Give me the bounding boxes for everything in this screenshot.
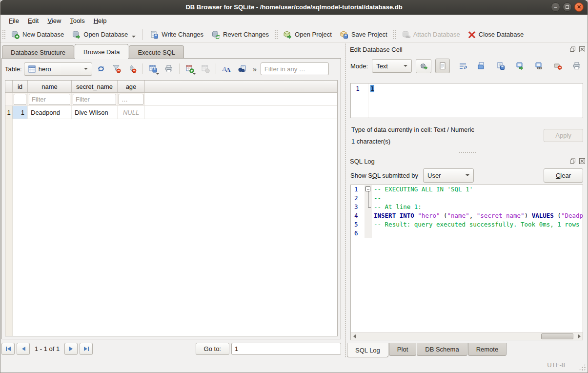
resize-grip[interactable]: [579, 364, 586, 371]
float-panel-icon[interactable]: [569, 158, 576, 165]
chevron-down-icon[interactable]: [132, 36, 136, 38]
previous-record-button[interactable]: [17, 343, 30, 355]
scroll-right-icon[interactable]: [576, 333, 583, 340]
menu-view[interactable]: View: [43, 16, 65, 26]
table-select[interactable]: hero: [24, 62, 92, 76]
cell-name[interactable]: Deadpond: [28, 106, 72, 119]
filter-input-age[interactable]: [119, 94, 143, 105]
cell-secret-name[interactable]: Dive Wilson: [72, 106, 118, 119]
filter-input-secret-name[interactable]: [73, 94, 116, 105]
close-panel-icon[interactable]: [578, 158, 586, 165]
goto-input[interactable]: [231, 343, 341, 355]
new-database-icon: [11, 30, 20, 39]
filter-corner: [5, 93, 13, 105]
dock-tab-remote[interactable]: Remote: [468, 343, 507, 356]
tab-database-structure[interactable]: Database Structure: [2, 45, 74, 59]
edit-display-format-icon: A A: [222, 64, 231, 73]
print-table-button[interactable]: [162, 62, 176, 76]
row-number[interactable]: 1: [5, 106, 13, 119]
column-header-name[interactable]: name: [28, 81, 72, 92]
cell-editor-value[interactable]: 1: [370, 85, 374, 92]
save-project-button[interactable]: Save Project: [336, 28, 391, 41]
table-select-value: hero: [39, 65, 51, 73]
cell-id[interactable]: 1: [13, 106, 28, 119]
link-button[interactable]: [532, 60, 545, 72]
column-header-filler: [145, 81, 337, 92]
clear-filters-button[interactable]: [110, 62, 123, 76]
text-document-button[interactable]: [435, 59, 450, 73]
titlebar[interactable]: DB Browser for SQLite - /home/user/code/…: [0, 0, 588, 15]
close-database-button[interactable]: Close Database: [464, 29, 528, 41]
main-tabbar: Database Structure Browse Data Execute S…: [0, 43, 344, 59]
fold-collapse-icon[interactable]: [365, 186, 370, 191]
apply-changes-button[interactable]: [416, 59, 431, 73]
toolbar-separator: [142, 29, 143, 40]
open-database-button[interactable]: Open Database: [68, 28, 140, 41]
open-project-button[interactable]: Open Project: [279, 28, 336, 41]
dock-tab-plot[interactable]: Plot: [389, 343, 416, 356]
tab-browse-data[interactable]: Browse Data: [75, 44, 128, 59]
dock-tab-sql-log[interactable]: SQL Log: [347, 343, 388, 357]
maximize-icon[interactable]: [563, 2, 572, 12]
import-file-button[interactable]: [475, 60, 488, 72]
next-record-button[interactable]: [64, 343, 78, 355]
float-panel-icon[interactable]: [569, 46, 576, 53]
mode-select[interactable]: Text: [372, 59, 412, 73]
encoding-label: UTF-8: [547, 361, 565, 369]
close-panel-icon[interactable]: [578, 46, 586, 53]
menu-edit[interactable]: Edit: [23, 16, 43, 26]
column-header-id[interactable]: id: [13, 81, 28, 92]
word-wrap-button[interactable]: [456, 60, 469, 72]
column-header-secret-name[interactable]: secret_name: [72, 81, 118, 92]
clear-sorting-button[interactable]: [125, 62, 139, 76]
close-icon[interactable]: ✕: [574, 2, 584, 12]
write-changes-button[interactable]: Write Changes: [146, 28, 207, 41]
cell-age[interactable]: NULL: [118, 106, 145, 119]
filter-any-input[interactable]: [261, 62, 329, 75]
data-grid: id name secret_name age: [5, 80, 338, 336]
chevron-down-icon: [404, 65, 407, 67]
edit-display-format-button[interactable]: A A: [220, 62, 233, 76]
save-table-button[interactable]: [146, 62, 160, 76]
toolbar-separator: [142, 63, 143, 74]
insert-record-button[interactable]: [183, 62, 197, 76]
cell-editor-line-number: 1: [351, 83, 368, 118]
filter-input-id[interactable]: [14, 94, 26, 105]
submitted-by-select[interactable]: User: [423, 168, 474, 183]
filter-input-name[interactable]: [29, 94, 70, 105]
find-in-table-button[interactable]: [235, 62, 249, 76]
export-button[interactable]: [513, 60, 526, 72]
new-database-button[interactable]: New Database: [7, 28, 68, 41]
clear-log-button[interactable]: Clear: [544, 168, 583, 183]
toolbar-drag-handle[interactable]: [274, 30, 278, 40]
insert-record-icon: [185, 64, 194, 73]
first-record-button[interactable]: [1, 343, 15, 355]
cell-editor[interactable]: 1 1: [350, 83, 583, 118]
dock-tab-db-schema[interactable]: DB Schema: [417, 343, 467, 356]
tab-execute-sql[interactable]: Execute SQL: [129, 45, 184, 59]
refresh-button[interactable]: [94, 62, 108, 76]
save-as-button[interactable]: [494, 60, 507, 72]
goto-button[interactable]: Go to:: [196, 343, 229, 355]
menu-help[interactable]: Help: [89, 16, 111, 26]
minimize-icon[interactable]: –: [551, 2, 560, 12]
menu-tools[interactable]: Tools: [65, 16, 89, 26]
menu-file[interactable]: File: [4, 16, 23, 26]
set-null-button[interactable]: [551, 60, 564, 72]
column-header-age[interactable]: age: [118, 81, 145, 92]
scrollbar-thumb[interactable]: [541, 333, 574, 339]
sql-log-hscrollbar[interactable]: [351, 332, 583, 340]
toolbar-drag-handle[interactable]: [2, 30, 5, 40]
revert-changes-button[interactable]: Revert Changes: [207, 28, 273, 41]
scroll-left-icon[interactable]: [351, 333, 358, 340]
dock-splitter-handle[interactable]: [459, 151, 476, 154]
overflow-chevron-icon[interactable]: »: [251, 65, 259, 73]
last-record-button[interactable]: [80, 343, 93, 355]
print-cell-button[interactable]: [570, 60, 583, 72]
toolbar-drag-handle[interactable]: [393, 30, 396, 40]
save-project-icon: [340, 30, 348, 39]
sql-log-box[interactable]: 1-- EXECUTING ALL IN 'SQL 1'2--3-- At li…: [350, 185, 583, 340]
grid-corner[interactable]: [5, 81, 13, 92]
status-bar: UTF-8: [0, 357, 588, 373]
dock-tabbar: SQL Log Plot DB Schema Remote: [347, 343, 507, 358]
